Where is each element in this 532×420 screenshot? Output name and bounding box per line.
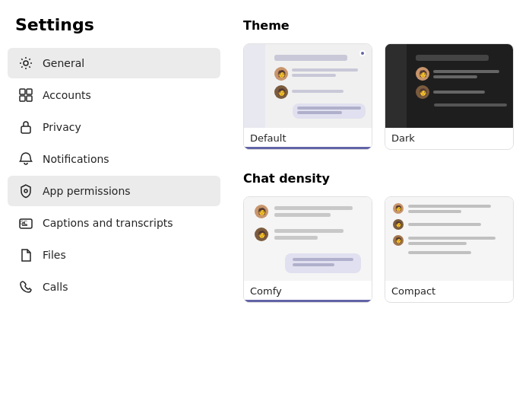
sidebar-item-privacy[interactable]: Privacy [8, 112, 220, 142]
accounts-icon [18, 88, 33, 103]
theme-label-default: Default [244, 128, 372, 149]
gear-icon [18, 56, 33, 71]
sidebar-item-notifications-label: Notifications [43, 153, 109, 165]
sidebar-item-app-permissions-label: App permissions [43, 185, 131, 197]
sidebar-item-general-label: General [43, 57, 84, 69]
sidebar-item-files[interactable]: Files [8, 240, 220, 270]
density-label-comfy: Comfy [244, 281, 372, 302]
theme-section-title: Theme [243, 18, 517, 33]
svg-rect-5 [21, 126, 30, 133]
sidebar-item-captions-label: Captions and transcripts [43, 217, 173, 229]
sidebar-item-general[interactable]: General [8, 48, 220, 78]
sidebar: Settings General Accounts [0, 15, 228, 420]
sidebar-item-accounts[interactable]: Accounts [8, 80, 220, 110]
theme-card-default[interactable]: 🧑 🧑 [243, 43, 372, 150]
density-preview-compact: 🧑 🧑 🧑 [385, 197, 513, 281]
theme-label-dark: Dark [385, 128, 513, 147]
svg-point-6 [24, 189, 27, 192]
lock-icon [18, 119, 33, 135]
density-card-compact[interactable]: 🧑 🧑 🧑 [385, 196, 514, 303]
sidebar-item-calls[interactable]: Calls [8, 272, 220, 302]
chat-density-section-title: Chat density [243, 171, 517, 186]
density-card-comfy[interactable]: 🧑 🧑 [243, 196, 372, 303]
svg-text:CC: CC [20, 220, 27, 226]
density-grid: 🧑 🧑 [243, 196, 517, 303]
svg-point-0 [24, 61, 28, 65]
calls-icon [18, 279, 33, 294]
density-label-compact: Compact [385, 281, 513, 300]
sidebar-item-files-label: Files [43, 249, 66, 261]
files-icon [18, 247, 33, 262]
density-preview-comfy: 🧑 🧑 [244, 197, 372, 281]
sidebar-item-calls-label: Calls [43, 281, 68, 293]
theme-grid: 🧑 🧑 [243, 43, 517, 150]
sidebar-item-accounts-label: Accounts [43, 89, 91, 101]
sidebar-item-app-permissions[interactable]: App permissions [8, 176, 220, 206]
svg-rect-4 [27, 96, 32, 101]
theme-preview-default: 🧑 🧑 [244, 44, 372, 128]
theme-preview-dark: 🧑 🧑 [385, 44, 513, 128]
svg-rect-2 [27, 89, 32, 94]
captions-icon: CC [18, 215, 33, 231]
bell-icon [18, 151, 33, 167]
page-title: Settings [8, 15, 220, 48]
theme-card-dark[interactable]: 🧑 🧑 [385, 43, 514, 150]
svg-rect-1 [20, 89, 25, 94]
main-content: Theme 🧑 [228, 15, 532, 420]
sidebar-item-privacy-label: Privacy [43, 121, 81, 133]
sidebar-item-notifications[interactable]: Notifications [8, 144, 220, 174]
sidebar-item-captions[interactable]: CC Captions and transcripts [8, 208, 220, 238]
svg-rect-3 [20, 96, 25, 101]
shield-icon [18, 183, 33, 199]
